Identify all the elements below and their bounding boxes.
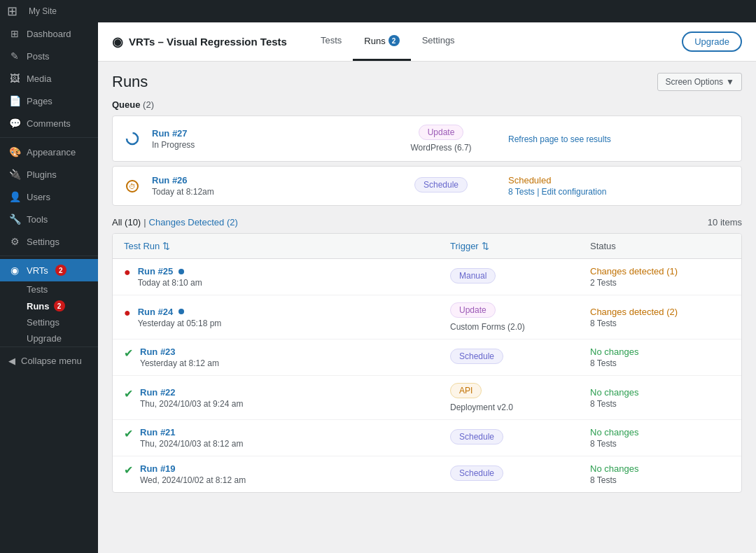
run27-sub: In Progress [152,140,374,150]
sidebar-item-dashboard[interactable]: ⊞ Dashboard [0,22,98,45]
run23-trigger-badge: Schedule [450,349,503,364]
run26-info: Run #26 Today at 8:12am [152,175,374,197]
run24-link[interactable]: Run #24 [138,307,174,317]
sidebar-item-media[interactable]: 🖼 Media [0,67,98,90]
run27-trigger: Update WordPress (6.7) [385,125,497,153]
tab-runs[interactable]: Runs 2 [353,22,410,61]
run19-status-cell: No changes 8 Tests [590,463,730,485]
tab-runs-badge: 2 [388,35,400,46]
run22-link[interactable]: Run #22 [140,387,176,398]
run19-status-sub: 8 Tests [590,475,730,485]
sort-icon: ⇅ [162,241,170,251]
run22-status-text: No changes [590,387,730,398]
run22-ok-icon: ✔ [124,387,133,400]
run25-error-icon: ● [124,266,131,279]
table-row: ● Run #25 Today at 8:10 am Manual [113,259,741,295]
media-icon: 🖼 [8,73,21,84]
run19-link[interactable]: Run #19 [140,463,176,474]
sidebar-item-label: Users [27,192,50,202]
run22-date: Thu, 2024/10/03 at 9:24 am [140,399,243,409]
run26-status-links: 8 Tests | Edit configuration [508,187,730,197]
tab-tests[interactable]: Tests [309,22,353,61]
col-trigger[interactable]: Trigger ⇅ [450,241,590,251]
table-row: ✔ Run #21 Thu, 2024/10/03 at 8:12 am Sch… [113,420,741,456]
run27-status: Refresh page to see results [508,134,730,144]
run23-ok-icon: ✔ [124,346,133,360]
run25-cell: ● Run #25 Today at 8:10 am [124,266,450,288]
adminbar-mysite[interactable]: My Site [29,6,57,16]
plugin-title-text: VRTs – Visual Regression Tests [129,36,287,48]
filter-changes-detected[interactable]: Changes Detected (2) [149,217,238,227]
run26-status-icon: ⏱ [124,178,141,195]
plugins-icon: 🔌 [8,169,21,180]
run27-refresh-link[interactable]: Refresh page to see results [508,134,611,144]
sidebar-item-plugins[interactable]: 🔌 Plugins [0,163,98,186]
run24-status-sub: 8 Tests [590,318,730,328]
sidebar-item-pages[interactable]: 📄 Pages [0,90,98,112]
sidebar-item-settings[interactable]: ⚙ Settings [0,230,98,253]
run21-trigger-cell: Schedule [450,429,590,447]
filters-row: All (10) | Changes Detected (2) 10 items [112,217,742,227]
run22-status-sub: 8 Tests [590,399,730,409]
run24-status-text: Changes detected (2) [590,307,730,317]
queue-label: Queue (2) [112,99,742,110]
run27-link[interactable]: Run #27 [152,128,188,139]
admin-bar: ⊞ My Site [0,0,756,22]
run26-sub: Today at 8:12am [152,187,374,197]
run19-ok-icon: ✔ [124,463,133,477]
tab-settings[interactable]: Settings [411,22,466,61]
run26-tests-link[interactable]: 8 Tests [508,187,535,197]
run19-date: Wed, 2024/10/02 at 8:12 am [140,475,246,485]
sidebar-item-comments[interactable]: 💬 Comments [0,112,98,134]
plugin-nav: Tests Runs 2 Settings [309,22,466,61]
collapse-menu-button[interactable]: ◀ Collapse menu [0,350,98,372]
run26-scheduled-text: Scheduled [508,175,730,186]
upgrade-button[interactable]: Upgrade [682,31,742,52]
screen-options-button[interactable]: Screen Options ▼ [657,73,742,91]
run27-status-icon [124,130,141,147]
col-test-run[interactable]: Test Run ⇅ [124,241,450,251]
sidebar-sub-upgrade[interactable]: Upgrade [0,330,98,346]
sidebar-item-label: VRTs [27,265,48,276]
sidebar-item-users[interactable]: 👤 Users [0,186,98,208]
sidebar-sub-tests[interactable]: Tests [0,281,98,298]
run19-trigger-badge: Schedule [450,465,503,481]
queue-item-run26: ⏱ Run #26 Today at 8:12am Schedule Sched… [112,166,742,206]
sidebar-item-label: Appearance [27,147,76,158]
sidebar-item-posts[interactable]: ✎ Posts [0,45,98,67]
col-status: Status [590,241,730,251]
run25-status-sub: 2 Tests [590,278,730,288]
run24-cell: ● Run #24 Yesterday at 05:18 pm [124,307,450,328]
filter-all[interactable]: All (10) [112,217,141,227]
svg-text:⏱: ⏱ [129,183,136,190]
run25-link[interactable]: Run #25 [138,266,174,276]
sidebar-item-label: Tools [27,214,48,225]
page-title: Runs [112,73,148,91]
tools-icon: 🔧 [8,214,21,225]
run19-trigger-cell: Schedule [450,465,590,484]
run24-new-dot [178,309,184,314]
run27-trigger-badge: Update [419,125,464,140]
wp-logo-icon[interactable]: ⊞ [7,4,18,19]
run23-link[interactable]: Run #23 [140,346,176,357]
run21-status-text: No changes [590,427,730,438]
run21-date: Thu, 2024/10/03 at 8:12 am [140,439,243,449]
tab-runs-label: Runs [364,36,385,46]
runs-table: Test Run ⇅ Trigger ⇅ Status ● [112,233,742,493]
run21-link[interactable]: Run #21 [140,427,176,438]
table-row: ● Run #24 Yesterday at 05:18 pm Update C… [113,295,741,340]
sidebar-item-vrts[interactable]: ◉ VRTs 2 [0,259,98,281]
run25-status-cell: Changes detected (1) 2 Tests [590,266,730,288]
sidebar-item-appearance[interactable]: 🎨 Appearance [0,141,98,163]
sidebar-item-tools[interactable]: 🔧 Tools [0,208,98,230]
run26-edit-link[interactable]: Edit configuration [542,187,607,197]
run26-trigger: Schedule [385,177,497,195]
vrts-icon: ◉ [8,265,21,276]
sidebar-sub-settings[interactable]: Settings [0,314,98,330]
sidebar-sub-runs[interactable]: Runs 2 [0,298,98,314]
run25-date: Today at 8:10 am [138,278,202,288]
run21-status-sub: 8 Tests [590,439,730,449]
run26-link[interactable]: Run #26 [152,175,188,186]
settings-icon: ⚙ [8,236,21,247]
filter-links: All (10) | Changes Detected (2) [112,217,238,227]
